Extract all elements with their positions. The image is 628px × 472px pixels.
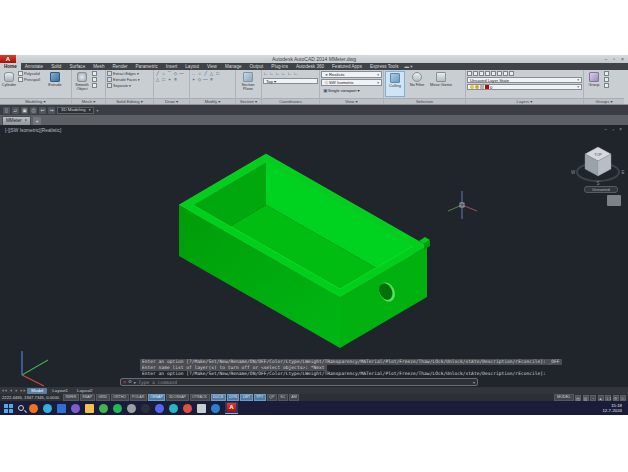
status-icon[interactable]: ▥ — [583, 395, 589, 401]
open-file-icon[interactable]: ▱ — [12, 107, 19, 114]
draw-tool-icon[interactable]: △ — [155, 77, 160, 82]
status-icon[interactable]: ▲ — [598, 395, 604, 401]
redo-icon[interactable]: ↪ — [48, 107, 55, 114]
file-tab-mmeter[interactable]: MMeter × — [2, 116, 31, 125]
polysolid-button[interactable]: Polysolid — [18, 71, 46, 76]
panel-label-coordinates[interactable]: Coordinates — [262, 98, 319, 104]
ribbon-tab-output[interactable]: Output — [246, 63, 268, 70]
coordinate-tool-icon[interactable]: ∟ — [293, 71, 298, 76]
model-viewport[interactable]: [-][SW Isometric][Realistic] ‒ ▫ × — [0, 125, 628, 387]
panel-label-layers[interactable]: Layers ▾ — [466, 98, 583, 104]
modify-tool-icon[interactable]: ◇ — [197, 77, 202, 82]
ribbon-minimize-icon[interactable]: ▬ ▾ — [404, 63, 412, 70]
app-gray-icon[interactable] — [127, 404, 136, 413]
modify-tool-icon[interactable]: ╱ — [203, 71, 208, 76]
ribbon-tab-featured-apps[interactable]: Featured Apps — [328, 63, 366, 70]
ribbon-tab-layout[interactable]: Layout — [181, 63, 203, 70]
layer-tool-icon[interactable] — [467, 71, 472, 76]
panel-label-modify[interactable]: Modify ▾ — [190, 98, 235, 104]
ribbon-tab-annotate[interactable]: Annotate — [21, 63, 47, 70]
extrude-faces-button[interactable]: Extrude Faces ▾ — [107, 77, 140, 82]
panel-label-selection[interactable]: Selection — [384, 98, 465, 104]
ribbon-tab-surface[interactable]: Surface — [65, 63, 89, 70]
app-dark-icon[interactable] — [141, 404, 150, 413]
cylinder-button[interactable]: Cylinder — [1, 71, 17, 87]
section-plane-button[interactable]: Section Plane — [237, 71, 259, 91]
workspace-dropdown[interactable]: 3D Modeling▾ — [57, 107, 94, 114]
app-file-explorer-icon[interactable] — [85, 404, 94, 413]
modify-tool-icon[interactable]: + — [191, 77, 196, 82]
ribbon-tab-home[interactable]: Home — [0, 63, 21, 70]
viewport-controls-label[interactable]: [-][SW Isometric][Realistic] — [5, 128, 61, 133]
close-icon[interactable]: × — [621, 55, 624, 63]
new-tab-button[interactable]: + — [33, 117, 41, 125]
status-icon[interactable]: ◔ — [590, 395, 596, 401]
panel-label-groups[interactable]: Groups ▾ — [584, 98, 624, 104]
command-input-bar[interactable]: × ⚙ ▸ Type a command ▾ — [120, 378, 478, 386]
layer-tool-icon[interactable] — [485, 71, 490, 76]
draw-tool-icon[interactable]: ⌒ — [167, 71, 172, 76]
navigation-bar[interactable] — [607, 195, 621, 206]
layer-tool-icon[interactable] — [473, 71, 478, 76]
modify-tool-icon[interactable]: □ — [215, 71, 220, 76]
ribbon-tab-express-tools[interactable]: Express Tools — [366, 63, 403, 70]
ribbon-tab-solid[interactable]: Solid — [47, 63, 65, 70]
panel-label-section[interactable]: Section ▾ — [236, 98, 261, 104]
group-edit-icon[interactable] — [604, 77, 609, 82]
coordinates-combo[interactable]: Top ▾ — [263, 78, 318, 84]
restore-icon[interactable]: ▫ — [613, 55, 615, 63]
current-layer-combo[interactable]: 0▾ — [467, 84, 582, 90]
mesh-tool-icon[interactable] — [92, 71, 97, 76]
ribbon-tab-autodesk-360[interactable]: Autodesk 360 — [292, 63, 328, 70]
coordinate-tool-icon[interactable]: ∟ — [281, 71, 286, 76]
draw-tool-icon[interactable]: □ — [161, 77, 166, 82]
minimize-icon[interactable]: – — [605, 55, 608, 63]
app-green-spotify-icon[interactable] — [113, 404, 122, 413]
mesh-tool-icon[interactable] — [92, 77, 97, 82]
status-icon[interactable]: ⊡ — [620, 395, 626, 401]
layer-tool-icon[interactable] — [509, 71, 514, 76]
compass-east-label[interactable]: E — [621, 170, 624, 175]
ribbon-tab-view[interactable]: View — [203, 63, 221, 70]
layout-tab-layout2[interactable]: Layout2 — [73, 388, 97, 394]
coordinate-tool-icon[interactable]: ∟ — [275, 71, 280, 76]
panel-label-mesh[interactable]: Mesh ▾ — [72, 98, 105, 104]
viewcube[interactable]: N W E S TOP — [571, 147, 625, 186]
app-teal-icon[interactable] — [169, 404, 178, 413]
save-icon[interactable]: ▣ — [21, 107, 28, 114]
taskbar-clock[interactable]: 15:18 12-7-2024 — [602, 403, 624, 413]
app-blue-square-icon[interactable] — [57, 404, 66, 413]
layer-tool-icon[interactable] — [503, 71, 508, 76]
culling-button[interactable]: Culling — [385, 71, 405, 97]
separate-button[interactable]: Separate ▾ — [107, 83, 140, 88]
draw-tool-icon[interactable]: ╱ — [155, 71, 160, 76]
search-icon[interactable] — [18, 405, 24, 411]
layer-tool-icon[interactable] — [497, 71, 502, 76]
panel-label-draw[interactable]: Draw ▾ — [154, 98, 189, 104]
coordinate-tool-icon[interactable]: ∟ — [269, 71, 274, 76]
draw-tool-icon[interactable]: ≡ — [173, 77, 178, 82]
modify-tool-icon[interactable]: — — [203, 77, 208, 82]
panel-label-view[interactable]: View ▾ — [320, 98, 383, 104]
coordinate-tool-icon[interactable]: ∟ — [287, 71, 292, 76]
view-preset-combo[interactable]: ◇SW Isometric▾ — [321, 79, 382, 86]
modify-tool-icon[interactable]: ≡ — [209, 77, 214, 82]
modify-tool-icon[interactable]: ○ — [197, 71, 202, 76]
modify-tool-icon[interactable]: △ — [209, 71, 214, 76]
app-red-icon[interactable] — [183, 404, 192, 413]
compass-west-label[interactable]: W — [571, 170, 576, 175]
mesh-tool-icon[interactable] — [92, 83, 97, 88]
layer-tool-icon[interactable] — [479, 71, 484, 76]
layer-state-combo[interactable]: Unsaved Layer State▾ — [467, 77, 582, 83]
app-orange-firefox-icon[interactable] — [29, 404, 38, 413]
ribbon-tab-plug-ins[interactable]: Plug-ins — [267, 63, 292, 70]
viewport-config-button[interactable]: ▣Single viewport ▾ — [321, 87, 382, 94]
ribbon-tab-render[interactable]: Render — [108, 63, 131, 70]
status-icon[interactable]: 1:1 — [605, 395, 611, 401]
ribbon-tab-manage[interactable]: Manage — [221, 63, 246, 70]
panel-label-solid-editing[interactable]: Solid Editing ▾ — [106, 98, 153, 104]
coordinate-tool-icon[interactable]: ∟ — [263, 71, 268, 76]
draw-tool-icon[interactable]: + — [167, 77, 172, 82]
command-customize-icon[interactable]: ⚙ — [128, 379, 132, 385]
viewport-window-controls[interactable]: ‒ ▫ × — [605, 127, 624, 132]
